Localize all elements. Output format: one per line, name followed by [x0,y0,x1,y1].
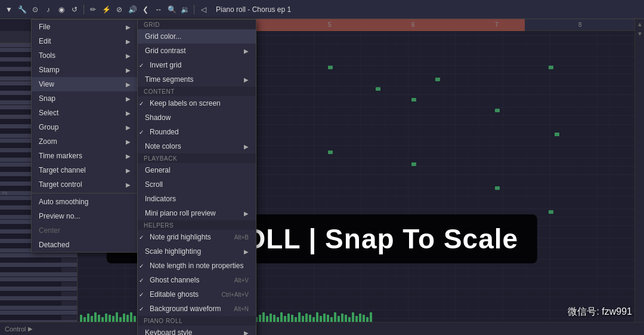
menu-item-select-label: Select [39,109,58,117]
shadow-label: Shadow [145,113,171,122]
edit-arrow: ▶ [126,38,131,45]
menu-item-center-label: Center [39,226,60,235]
menu-item-time-markers[interactable]: Time markers ▶ [32,149,138,163]
menu-item-edit[interactable]: Edit ▶ [32,34,138,48]
menu-item-center[interactable]: Center [32,223,138,238]
view-playback-general[interactable]: General [138,163,256,177]
note-colors-label: Note colors [145,142,181,150]
view-keep-labels[interactable]: Keep labels on screen [138,96,256,110]
view-shadow[interactable]: Shadow [138,110,256,125]
rounded-label: Rounded [150,128,179,136]
tool-icon-10[interactable]: ❮ [140,4,151,15]
stamp-arrow: ▶ [126,67,131,73]
view-arrow: ▶ [126,81,131,88]
separator-2 [194,5,194,14]
menu-item-detached[interactable]: Detached [32,238,138,252]
tool-icon-6[interactable]: ✏ [88,4,98,15]
menu-item-view[interactable]: View ▶ [32,77,138,91]
keyboard-style-label: Keyboard style [145,328,192,335]
target-control-arrow: ▶ [126,182,131,188]
tool-icon-13[interactable]: 🔉 [179,4,190,15]
tool-icon-1[interactable]: 🔧 [17,4,27,15]
view-note-grid-highlights[interactable]: Note grid highlights Alt+B [138,230,256,244]
menu-item-zoom-label: Zoom [39,137,57,146]
separator [32,193,138,193]
menu-item-stamp[interactable]: Stamp ▶ [32,63,138,77]
ghost-channels-label: Ghost channels [150,276,199,284]
tool-icon-2[interactable]: ⊙ [30,4,41,15]
view-editable-ghosts[interactable]: Editable ghosts Ctrl+Alt+V [138,287,256,302]
menu-item-target-channel[interactable]: Target channel ▶ [32,163,138,177]
view-grid-contrast[interactable]: Grid contrast ▶ [138,44,256,58]
note-grid-highlights-label: Note grid highlights [150,233,211,241]
window-title: Piano roll - Chorus ep 1 [216,5,291,14]
tool-icon-5[interactable]: ↺ [69,4,80,15]
menu-item-target-control-label: Target control [39,180,82,189]
playback-indicators-label: Indicators [145,195,176,203]
group-arrow: ▶ [126,124,131,131]
menu-item-select[interactable]: Select ▶ [32,106,138,120]
grid-contrast-arrow: ▶ [244,48,249,54]
background-waveform-label: Background waveform [150,305,221,313]
view-playback-scroll[interactable]: Scroll [138,177,256,192]
invert-grid-label: Invert grid [150,61,181,69]
bg-waveform-shortcut: Alt+N [234,306,249,312]
menu-item-time-markers-label: Time markers [39,152,82,160]
content-section-header: Content [138,87,256,96]
menu-item-detached-label: Detached [39,241,69,249]
menu-item-target-control[interactable]: Target control ▶ [32,177,138,192]
tool-icon-8[interactable]: ⊘ [114,4,125,15]
main-menu: File ▶ Edit ▶ Tools ▶ Stamp ▶ View ▶ Sna… [31,19,138,253]
tool-icon-11[interactable]: ↔ [153,4,164,15]
playback-scroll-label: Scroll [145,180,163,189]
menu-item-target-channel-label: Target channel [39,166,86,174]
note-colors-arrow: ▶ [244,143,249,150]
view-playback-indicators[interactable]: Indicators [138,192,256,206]
snap-arrow: ▶ [126,96,131,102]
menu-item-group[interactable]: Group ▶ [32,120,138,134]
menu-item-preview-no[interactable]: Preview no... [32,209,138,223]
menu-item-auto-smoothing[interactable]: Auto smoothing [32,195,138,209]
tool-icon-12[interactable]: 🔍 [166,4,177,15]
tool-icon-9[interactable]: 🔊 [127,4,138,15]
view-background-waveform[interactable]: Background waveform Alt+N [138,302,256,316]
view-note-colors[interactable]: Note colors ▶ [138,139,256,153]
view-time-segments[interactable]: Time segments ▶ [138,72,256,87]
view-ghost-channels[interactable]: Ghost channels Alt+V [138,273,256,287]
mini-piano-preview-label: Mini piano roll preview [145,209,216,217]
toolbar: ▼ 🔧 ⊙ ♪ ◉ ↺ ✏ ⚡ ⊘ 🔊 ❮ ↔ 🔍 🔉 ◁ Piano roll… [0,0,644,19]
mini-piano-arrow: ▶ [244,210,249,217]
view-scale-highlighting[interactable]: Scale highlighting ▶ [138,244,256,259]
view-rounded[interactable]: Rounded [138,125,256,139]
menu-item-zoom[interactable]: Zoom ▶ [32,134,138,149]
menu-item-snap[interactable]: Snap ▶ [32,91,138,106]
time-segments-arrow: ▶ [244,76,249,83]
playback-general-label: General [145,166,171,174]
speaker-icon[interactable]: ◁ [198,4,209,15]
scale-highlighting-label: Scale highlighting [145,247,201,256]
playback-section-header: Playback [138,153,256,163]
menu-item-edit-label: Edit [39,37,51,45]
keep-labels-label: Keep labels on screen [150,99,221,107]
piano-roll-section-header: Piano roll [138,316,256,325]
menu-dropdown-icon[interactable]: ▼ [4,4,14,15]
keyboard-style-arrow: ▶ [244,330,249,336]
tool-icon-7[interactable]: ⚡ [101,4,112,15]
view-grid-color[interactable]: Grid color... [138,29,256,44]
target-channel-arrow: ▶ [126,167,131,174]
view-mini-piano-preview[interactable]: Mini piano roll preview ▶ [138,206,256,220]
menu-item-tools[interactable]: Tools ▶ [32,48,138,63]
grid-color-label: Grid color... [145,32,181,41]
menu-item-preview-label: Preview no... [39,212,80,220]
select-arrow: ▶ [126,110,131,116]
menu-item-file-label: File [39,23,50,31]
menu-item-file[interactable]: File ▶ [32,20,138,34]
tool-icon-4[interactable]: ◉ [56,4,67,15]
view-note-length-properties[interactable]: Note length in note properties [138,259,256,273]
view-keyboard-style[interactable]: Keyboard style ▶ [138,325,256,335]
tool-icon-3[interactable]: ♪ [43,4,54,15]
file-arrow: ▶ [126,24,131,30]
editable-ghosts-label: Editable ghosts [150,290,199,299]
menu-backdrop: File ▶ Edit ▶ Tools ▶ Stamp ▶ View ▶ Sna… [0,19,644,335]
view-invert-grid[interactable]: Invert grid [138,58,256,72]
